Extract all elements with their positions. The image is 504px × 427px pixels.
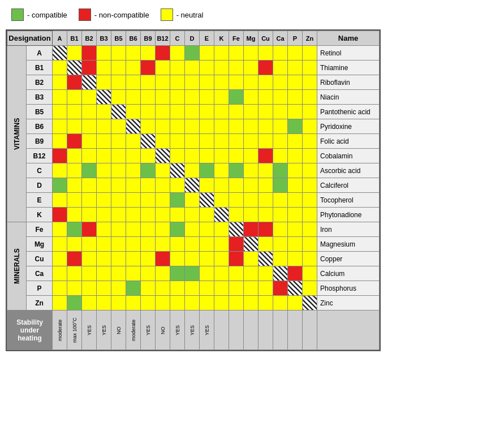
vitamins-label: VITAMINS bbox=[7, 46, 27, 222]
cell-mg-zn bbox=[303, 237, 317, 252]
name-cell-p: Phosphorus bbox=[317, 281, 380, 296]
col-header-p: P bbox=[288, 31, 303, 46]
cell-b3-fe bbox=[229, 90, 244, 105]
cell-e-mg bbox=[244, 193, 259, 208]
cell-ca-b12 bbox=[156, 266, 170, 281]
cell-b9-b6 bbox=[126, 134, 141, 149]
stability-cell-10: YES bbox=[200, 310, 214, 350]
col-header-cu: Cu bbox=[259, 31, 273, 46]
col-header-e: E bbox=[200, 31, 214, 46]
cell-ca-e bbox=[200, 266, 214, 281]
cell-c-p bbox=[288, 163, 303, 178]
cell-d-b2 bbox=[82, 178, 97, 193]
cell-b6-b5 bbox=[111, 119, 126, 134]
cell-a-b2 bbox=[82, 46, 97, 61]
col-header-ca: Ca bbox=[273, 31, 288, 46]
cell-d-fe bbox=[229, 178, 244, 193]
cell-mg-e bbox=[200, 237, 214, 252]
cell-p-b1 bbox=[67, 281, 82, 296]
cell-b9-b9 bbox=[141, 134, 156, 149]
table-row: B12Cobalamin bbox=[7, 149, 380, 163]
cell-p-d bbox=[185, 281, 200, 296]
col-header-b5: B5 bbox=[111, 31, 126, 46]
cell-b3-ca bbox=[273, 90, 288, 105]
row-label-d: D bbox=[27, 178, 53, 193]
cell-b3-c bbox=[170, 90, 185, 105]
cell-b9-b2 bbox=[82, 134, 97, 149]
cell-cu-a bbox=[53, 252, 67, 266]
cell-b12-b1 bbox=[67, 149, 82, 163]
legend-compatible: - compatible bbox=[11, 8, 67, 21]
cell-k-fe bbox=[229, 208, 244, 222]
cell-b3-k bbox=[214, 90, 229, 105]
cell-b6-fe bbox=[229, 119, 244, 134]
cell-k-zn bbox=[303, 208, 317, 222]
cell-e-b9 bbox=[141, 193, 156, 208]
legend-label-neutral: - neutral bbox=[176, 11, 204, 19]
cell-zn-e bbox=[200, 296, 214, 310]
stability-cell-13 bbox=[244, 310, 259, 350]
cell-d-d bbox=[185, 178, 200, 193]
cell-zn-a bbox=[53, 296, 67, 310]
cell-d-mg bbox=[244, 178, 259, 193]
cell-b12-b6 bbox=[126, 149, 141, 163]
cell-fe-b2 bbox=[82, 222, 97, 237]
cell-b12-b12 bbox=[156, 149, 170, 163]
cell-b6-e bbox=[200, 119, 214, 134]
cell-b12-zn bbox=[303, 149, 317, 163]
cell-cu-b2 bbox=[82, 252, 97, 266]
cell-b2-b5 bbox=[111, 75, 126, 90]
table-row: B5Pantothenic acid bbox=[7, 105, 380, 119]
cell-cu-p bbox=[288, 252, 303, 266]
cell-b2-p bbox=[288, 75, 303, 90]
cell-cu-cu bbox=[259, 252, 273, 266]
cell-mg-mg bbox=[244, 237, 259, 252]
cell-cu-mg bbox=[244, 252, 259, 266]
cell-c-k bbox=[214, 163, 229, 178]
cell-b5-b2 bbox=[82, 105, 97, 119]
stability-cell-15 bbox=[273, 310, 288, 350]
cell-e-b2 bbox=[82, 193, 97, 208]
cell-p-a bbox=[53, 281, 67, 296]
col-header-b12: B12 bbox=[156, 31, 170, 46]
name-cell-b3: Niacin bbox=[317, 90, 380, 105]
cell-zn-b5 bbox=[111, 296, 126, 310]
cell-b5-ca bbox=[273, 105, 288, 119]
cell-b5-b1 bbox=[67, 105, 82, 119]
cell-d-b1 bbox=[67, 178, 82, 193]
cell-a-b5 bbox=[111, 46, 126, 61]
cell-d-cu bbox=[259, 178, 273, 193]
cell-e-p bbox=[288, 193, 303, 208]
cell-b1-zn bbox=[303, 61, 317, 75]
cell-fe-cu bbox=[259, 222, 273, 237]
cell-b2-fe bbox=[229, 75, 244, 90]
row-label-b9: B9 bbox=[27, 134, 53, 149]
cell-b6-ca bbox=[273, 119, 288, 134]
cell-b1-d bbox=[185, 61, 200, 75]
cell-b6-b6 bbox=[126, 119, 141, 134]
cell-a-fe bbox=[229, 46, 244, 61]
name-cell-b1: Thiamine bbox=[317, 61, 380, 75]
cell-k-ca bbox=[273, 208, 288, 222]
row-label-e: E bbox=[27, 193, 53, 208]
cell-a-b1 bbox=[67, 46, 82, 61]
cell-b6-mg bbox=[244, 119, 259, 134]
cell-c-a bbox=[53, 163, 67, 178]
cell-d-b12 bbox=[156, 178, 170, 193]
cell-c-b3 bbox=[97, 163, 111, 178]
cell-k-b1 bbox=[67, 208, 82, 222]
cell-e-zn bbox=[303, 193, 317, 208]
cell-cu-e bbox=[200, 252, 214, 266]
row-label-b12: B12 bbox=[27, 149, 53, 163]
cell-b12-k bbox=[214, 149, 229, 163]
cell-fe-ca bbox=[273, 222, 288, 237]
cell-k-c bbox=[170, 208, 185, 222]
cell-b6-cu bbox=[259, 119, 273, 134]
cell-p-p bbox=[288, 281, 303, 296]
cell-b5-zn bbox=[303, 105, 317, 119]
cell-b1-b6 bbox=[126, 61, 141, 75]
cell-a-ca bbox=[273, 46, 288, 61]
table-row: MgMagnesium bbox=[7, 237, 380, 252]
cell-b9-mg bbox=[244, 134, 259, 149]
name-cell-k: Phytonadione bbox=[317, 208, 380, 222]
